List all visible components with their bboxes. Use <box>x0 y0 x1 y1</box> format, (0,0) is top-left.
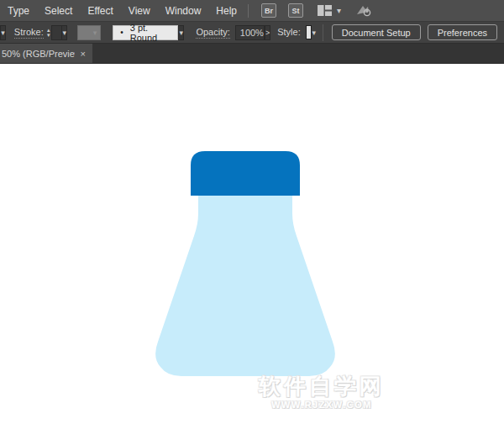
opacity-label[interactable]: Opacity: <box>196 27 229 39</box>
brush-dot-icon: • <box>120 28 123 37</box>
style-chevron-icon[interactable]: ▾ <box>312 25 317 40</box>
tab-close-icon[interactable]: × <box>81 49 86 59</box>
document-tab-bar: 50% (RGB/Preview) × <box>0 44 504 64</box>
left-dropdown-chevron-icon[interactable]: ▾ <box>0 25 6 40</box>
brush-definition-chevron-icon[interactable]: ▾ <box>178 25 184 40</box>
stroke-weight-chevron-icon[interactable]: ▾ <box>61 25 67 40</box>
menu-divider <box>248 4 249 18</box>
flask-artwork[interactable] <box>0 64 504 424</box>
style-swatch[interactable] <box>306 25 312 39</box>
stroke-weight-stepper[interactable]: ▴ ▾ <box>47 25 50 40</box>
stroke-label[interactable]: Stroke: <box>14 27 44 39</box>
brush-definition-value: 3 pt. Round <box>130 23 171 43</box>
bridge-button[interactable]: Br <box>261 3 276 18</box>
menu-type[interactable]: Type <box>0 5 37 17</box>
menu-help[interactable]: Help <box>208 5 244 17</box>
menu-effect[interactable]: Effect <box>80 5 120 17</box>
document-tab[interactable]: 50% (RGB/Preview) × <box>0 44 92 63</box>
menu-bar: Type Select Effect View Window Help Br S… <box>0 0 504 22</box>
flask-cap-shape[interactable] <box>191 151 300 196</box>
watermark-title: 软件自学网 <box>256 374 387 398</box>
workspace-chevron-icon[interactable]: ▾ <box>337 6 341 15</box>
watermark: 软件自学网 WWW.RJZXW.COM <box>256 374 387 410</box>
gpu-performance-icon[interactable] <box>356 4 371 17</box>
style-label: Style: <box>277 27 301 38</box>
workspace-switcher-icon[interactable] <box>318 5 332 16</box>
control-bar: ▾ Stroke: ▴ ▾ ▾ ▾ • 3 pt. Round ▾ Opacit… <box>0 22 504 44</box>
menu-view[interactable]: View <box>121 5 158 17</box>
stroke-weight-input[interactable] <box>51 25 61 40</box>
artboard-canvas[interactable]: 软件自学网 WWW.RJZXW.COM <box>0 64 504 424</box>
document-tab-label: 50% (RGB/Preview) <box>2 49 75 59</box>
disabled-chevron-icon: ▾ <box>93 29 97 37</box>
opacity-input[interactable]: 100% <box>235 25 265 40</box>
brush-definition-dropdown[interactable]: • 3 pt. Round <box>113 25 178 40</box>
stock-button[interactable]: St <box>288 3 303 18</box>
variable-width-profile-dropdown: ▾ <box>77 25 101 40</box>
watermark-url: WWW.RJZXW.COM <box>256 400 387 410</box>
document-setup-button[interactable]: Document Setup <box>332 24 421 40</box>
preferences-button[interactable]: Preferences <box>428 24 497 40</box>
opacity-expand-button[interactable]: > <box>265 25 270 40</box>
stepper-down-icon[interactable]: ▾ <box>47 33 50 38</box>
menu-select[interactable]: Select <box>37 5 80 17</box>
flask-body-shape[interactable] <box>155 190 335 376</box>
menu-window[interactable]: Window <box>158 5 209 17</box>
